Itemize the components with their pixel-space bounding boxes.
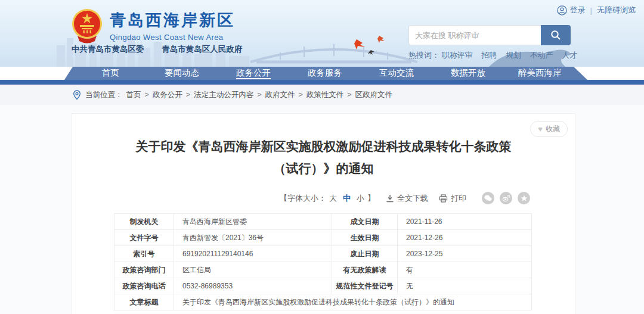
hot-word[interactable]: 招聘 xyxy=(481,51,497,60)
breadcrumb-district-documents[interactable]: 区政府文件 xyxy=(355,90,393,100)
party-committee-name: 中共青岛市黄岛区委 xyxy=(72,45,144,54)
font-size-large[interactable]: 大 xyxy=(329,193,337,204)
meta-label: 索引号 xyxy=(114,246,174,262)
site-title-block: 青岛西海岸新区 Qingdao West Coast New Area xyxy=(110,10,235,42)
font-size-medium[interactable]: 中 xyxy=(343,193,351,204)
table-row: 政策咨询电话 0532-86989353 规范性文件登记号 无 xyxy=(114,278,532,294)
search-button[interactable] xyxy=(541,25,571,45)
meta-label: 规范性文件登记号 xyxy=(332,278,398,294)
meta-label: 生效日期 xyxy=(332,230,398,246)
breadcrumb: 当前位置： 首页 > 政务公开 > 法定主动公开内容 > 政府文件 > 政策性文… xyxy=(0,85,644,105)
nav-item-gov-info[interactable]: 政务公开 xyxy=(218,67,289,80)
hot-word[interactable]: 人才 xyxy=(562,51,577,60)
nav-item-news[interactable]: 要闻动态 xyxy=(146,67,218,80)
nav-item-home[interactable]: 首页 xyxy=(75,67,146,80)
font-size-small[interactable]: 小 xyxy=(357,193,364,204)
organization-names: 中共青岛市黄岛区委 青岛市黄岛区人民政府 xyxy=(72,44,258,55)
user-circle-icon xyxy=(557,5,567,15)
table-row: 制发机关 青岛西海岸新区管委 成文日期 2021-11-26 xyxy=(114,214,532,230)
meta-value: 2023-12-25 xyxy=(398,246,532,262)
divider: | xyxy=(590,6,592,15)
table-row: 索引号 691920211129140146 废止日期 2023-12-25 xyxy=(114,246,532,262)
weibo-share-icon[interactable] xyxy=(500,192,512,204)
meta-label: 制发机关 xyxy=(114,214,174,230)
meta-value: 青西新管发〔2021〕36号 xyxy=(174,230,332,246)
heart-icon: ♥ xyxy=(538,125,543,133)
document-card: ♥ 收藏 关于印发《青岛西海岸新区实施股权激励促进科技成果转化十条政策（试行）》… xyxy=(72,113,575,314)
meta-value: 无 xyxy=(398,278,532,294)
meta-label: 文件字号 xyxy=(114,230,174,246)
table-row: 文件字号 青西新管发〔2021〕36号 生效日期 2021-12-26 xyxy=(114,230,532,246)
meta-label: 成文日期 xyxy=(332,214,398,230)
document-title: 关于印发《青岛西海岸新区实施股权激励促进科技成果转化十条政策（试行）》的通知 xyxy=(127,135,520,179)
hot-words-label: 热搜词： xyxy=(408,51,439,60)
meta-label: 有无政策解读 xyxy=(332,262,398,278)
site-logo: 青岛西海岸新区 Qingdao West Coast New Area xyxy=(70,8,235,44)
site-header: 登录 | 无障碍浏览 青岛西海岸新区 Qingdao West Coas xyxy=(0,0,644,67)
star-share-icon[interactable] xyxy=(518,192,530,204)
government-name: 青岛市黄岛区人民政府 xyxy=(162,45,242,54)
main-content: ♥ 收藏 关于印发《青岛西海岸新区实施股权激励促进科技成果转化十条政策（试行）》… xyxy=(0,105,644,314)
meta-value: 691920211129140146 xyxy=(174,246,332,262)
font-size-label: 【字体大小： xyxy=(280,193,326,204)
font-size-label-close: 】 xyxy=(367,193,375,204)
breadcrumb-gov-info[interactable]: 政务公开 xyxy=(153,90,182,100)
accessibility-link[interactable]: 无障碍浏览 xyxy=(597,5,636,15)
nav-item-open-data[interactable]: 数据开放 xyxy=(432,67,504,80)
document-meta-table: 制发机关 青岛西海岸新区管委 成文日期 2021-11-26 文件字号 青西新管… xyxy=(114,213,532,310)
login-link[interactable]: 登录 xyxy=(557,5,586,15)
nav-strip xyxy=(0,80,644,85)
favorite-label: 收藏 xyxy=(546,124,560,134)
download-icon xyxy=(386,194,394,203)
table-row: 文章标题 关于印发《青岛西海岸新区实施股权激励促进科技成果转化十条政策（试行）》… xyxy=(114,294,532,310)
login-label: 登录 xyxy=(570,5,586,15)
document-toolbar: 【字体大小： 大 中 小 】 全文下载 打印 xyxy=(72,192,575,204)
nav-item-gov-services[interactable]: 政务服务 xyxy=(289,67,361,80)
search-input[interactable] xyxy=(408,25,541,45)
table-row: 政策咨询部门 区工信局 有无政策解读 有 xyxy=(114,262,532,278)
location-pin-icon xyxy=(73,90,81,100)
nav-item-west-coast[interactable]: 醉美西海岸 xyxy=(504,67,575,80)
meta-value: 2021-12-26 xyxy=(398,230,532,246)
nav-item-interaction[interactable]: 互动交流 xyxy=(361,67,432,80)
hot-word[interactable]: 不动产 xyxy=(530,51,553,60)
meta-label: 政策咨询电话 xyxy=(114,278,174,294)
search-bar xyxy=(408,25,571,45)
meta-label: 政策咨询部门 xyxy=(114,262,174,278)
breadcrumb-statutory-disclosure[interactable]: 法定主动公开内容 xyxy=(194,90,253,100)
meta-label: 文章标题 xyxy=(114,294,174,310)
printer-icon xyxy=(439,194,448,203)
meta-value: 关于印发《青岛西海岸新区实施股权激励促进科技成果转化十条政策（试行）》的通知 xyxy=(174,294,532,310)
meta-value: 0532-86989353 xyxy=(174,278,332,294)
print-button[interactable]: 打印 xyxy=(439,193,466,204)
breadcrumb-gov-documents[interactable]: 政府文件 xyxy=(265,90,295,100)
download-button[interactable]: 全文下载 xyxy=(386,193,428,204)
breadcrumb-home[interactable]: 首页 xyxy=(126,90,141,100)
search-icon xyxy=(550,30,561,41)
national-emblem-icon xyxy=(70,8,104,44)
utility-bar: 登录 | 无障碍浏览 xyxy=(557,5,636,15)
wechat-share-icon[interactable] xyxy=(482,192,494,204)
accessibility-label: 无障碍浏览 xyxy=(597,5,636,15)
breadcrumb-label: 当前位置： xyxy=(85,90,123,100)
main-navigation: 首页 要闻动态 政务公开 政务服务 互动交流 数据开放 醉美西海岸 xyxy=(0,67,644,85)
page: 登录 | 无障碍浏览 青岛西海岸新区 Qingdao West Coas xyxy=(0,0,644,314)
meta-value: 青岛西海岸新区管委 xyxy=(174,214,332,230)
meta-label: 废止日期 xyxy=(332,246,398,262)
meta-value: 区工信局 xyxy=(174,262,332,278)
meta-value: 2021-11-26 xyxy=(398,214,532,230)
breadcrumb-policy-documents[interactable]: 政策性文件 xyxy=(306,90,344,100)
meta-value: 有 xyxy=(398,262,532,278)
hot-word[interactable]: 规划 xyxy=(506,51,521,60)
hot-search-words: 热搜词： 职称评审 招聘 规划 不动产 人才 xyxy=(408,50,584,61)
site-name-english: Qingdao West Coast New Area xyxy=(110,33,235,42)
site-name: 青岛西海岸新区 xyxy=(110,10,235,31)
share-buttons xyxy=(482,192,530,204)
favorite-button[interactable]: ♥ 收藏 xyxy=(530,121,568,137)
hot-word[interactable]: 职称评审 xyxy=(442,51,473,60)
